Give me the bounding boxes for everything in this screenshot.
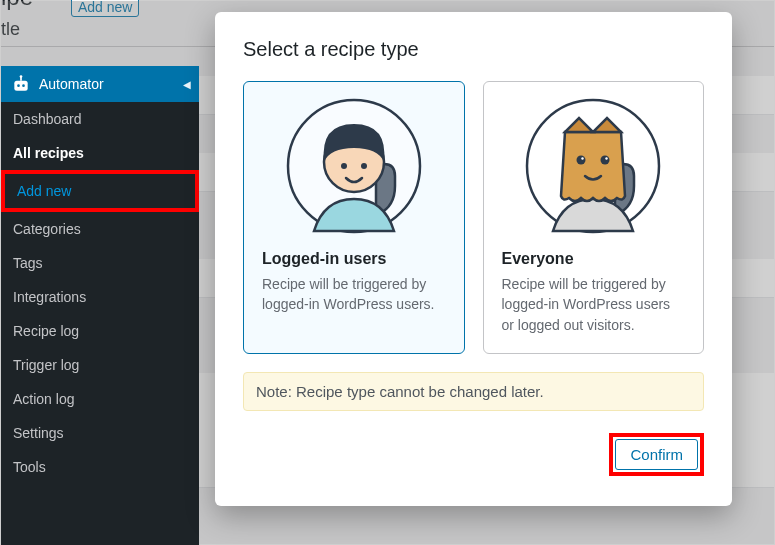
svg-point-12 [577,156,586,165]
card-logged-in-desc: Recipe will be triggered by logged-in Wo… [262,274,446,315]
sidebar-item-tools[interactable]: Tools [1,450,199,484]
sidebar-item-tags[interactable]: Tags [1,246,199,280]
svg-point-15 [606,157,608,159]
sidebar-item-categories[interactable]: Categories [1,212,199,246]
anonymous-bag-avatar-icon [502,96,686,236]
sidebar-item-dashboard[interactable]: Dashboard [1,102,199,136]
svg-rect-0 [14,81,27,91]
admin-sidebar: Automator ◀ DashboardAll recipesAdd newC… [1,66,199,545]
svg-point-4 [20,75,23,78]
card-everyone[interactable]: Everyone Recipe will be triggered by log… [483,81,705,354]
sidebar-header-automator[interactable]: Automator ◀ [1,66,199,102]
svg-point-2 [22,84,25,87]
modal-title: Select a recipe type [243,38,704,61]
svg-point-8 [361,163,367,169]
svg-point-7 [341,163,347,169]
sidebar-item-add-new[interactable]: Add new [1,170,199,212]
sidebar-item-integrations[interactable]: Integrations [1,280,199,314]
card-logged-in-title: Logged-in users [262,250,446,268]
card-everyone-desc: Recipe will be triggered by logged-in Wo… [502,274,686,335]
robot-icon [11,74,31,94]
logged-in-user-avatar-icon [262,96,446,236]
sidebar-item-settings[interactable]: Settings [1,416,199,450]
confirm-highlight-box: Confirm [609,433,704,476]
note-banner: Note: Recipe type cannot be changed late… [243,372,704,411]
card-logged-in-users[interactable]: Logged-in users Recipe will be triggered… [243,81,465,354]
svg-point-14 [582,157,584,159]
svg-point-1 [17,84,20,87]
svg-point-13 [601,156,610,165]
chevron-left-icon: ◀ [183,66,193,102]
card-everyone-title: Everyone [502,250,686,268]
confirm-button[interactable]: Confirm [615,439,698,470]
sidebar-item-recipe-log[interactable]: Recipe log [1,314,199,348]
sidebar-item-action-log[interactable]: Action log [1,382,199,416]
sidebar-header-label: Automator [39,76,104,92]
select-recipe-type-modal: Select a recipe type Logged-in users Rec… [215,12,732,506]
sidebar-item-trigger-log[interactable]: Trigger log [1,348,199,382]
sidebar-item-all-recipes[interactable]: All recipes [1,136,199,170]
